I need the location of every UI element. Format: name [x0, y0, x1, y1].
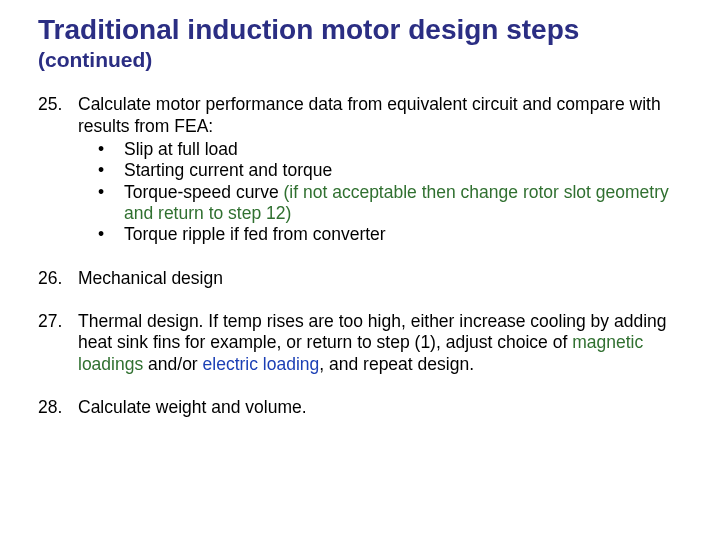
step-28: 28. Calculate weight and volume. — [38, 397, 688, 418]
sub-item: • Starting current and torque — [78, 160, 688, 181]
step-27: 27. Thermal design. If temp rises are to… — [38, 311, 688, 375]
step-26: 26. Mechanical design — [38, 268, 688, 289]
bullet-icon: • — [78, 160, 124, 181]
step-number: 25. — [38, 94, 78, 245]
sub-text: Torque-speed curve (if not acceptable th… — [124, 182, 688, 225]
bullet-icon: • — [78, 224, 124, 245]
step-number: 28. — [38, 397, 78, 418]
step-body: Thermal design. If temp rises are too hi… — [78, 311, 688, 375]
step-body: Mechanical design — [78, 268, 688, 289]
step-body: Calculate motor performance data from eq… — [78, 94, 688, 245]
sub-item: • Torque-speed curve (if not acceptable … — [78, 182, 688, 225]
slide-subtitle: (continued) — [38, 48, 688, 72]
electric-loading: electric loading — [203, 354, 320, 374]
sub-text: Torque ripple if fed from converter — [124, 224, 688, 245]
step-25: 25. Calculate motor performance data fro… — [38, 94, 688, 245]
sub-list: • Slip at full load • Starting current a… — [78, 139, 688, 246]
step-number: 26. — [38, 268, 78, 289]
step-lead: Mechanical design — [78, 268, 223, 288]
step-lead: Calculate weight and volume. — [78, 397, 307, 417]
slide-content: Traditional induction motor design steps… — [0, 0, 720, 460]
sub-item: • Torque ripple if fed from converter — [78, 224, 688, 245]
step-seg2: and/or — [143, 354, 202, 374]
sub-text: Slip at full load — [124, 139, 688, 160]
step-lead: Calculate motor performance data from eq… — [78, 94, 661, 135]
bullet-icon: • — [78, 182, 124, 225]
step-seg3: , and repeat design. — [319, 354, 474, 374]
step-body: Calculate weight and volume. — [78, 397, 688, 418]
bullet-icon: • — [78, 139, 124, 160]
step-number: 27. — [38, 311, 78, 375]
steps-list: 25. Calculate motor performance data fro… — [38, 94, 688, 418]
slide-title: Traditional induction motor design steps — [38, 14, 688, 46]
sub-item: • Slip at full load — [78, 139, 688, 160]
sub-text: Starting current and torque — [124, 160, 688, 181]
sub-text-plain: Torque-speed curve — [124, 182, 284, 202]
